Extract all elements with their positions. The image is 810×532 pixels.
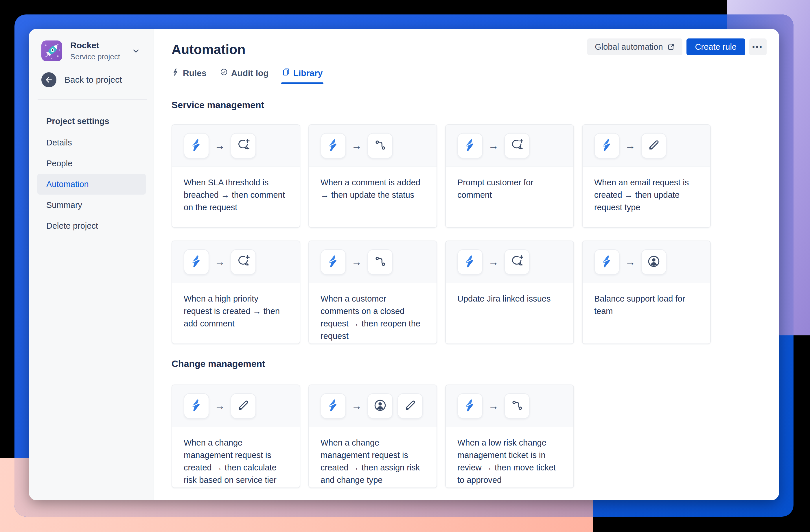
card-icon-strip: →: [446, 125, 573, 167]
card-icon-strip: →: [172, 241, 300, 283]
icon-tile: [321, 393, 346, 419]
automation-bolt-icon: [464, 399, 477, 413]
arrow-right-icon: →: [215, 256, 225, 268]
automation-bolt-icon: [464, 138, 477, 153]
header-actions: Global automation Create rule •••: [587, 38, 766, 55]
automation-template-card[interactable]: → When a comment is added → then update …: [308, 124, 437, 228]
icon-tile: [641, 133, 666, 159]
automation-template-card[interactable]: → Update Jira linked issues: [445, 240, 574, 344]
automation-template-card[interactable]: → When SLA threshold is breached → then …: [172, 124, 300, 228]
icon-tile: [641, 249, 666, 275]
automation-template-card[interactable]: → When a high priority request is create…: [172, 240, 300, 344]
automation-bolt-icon: [327, 255, 340, 269]
card-icon-strip: →: [583, 125, 710, 167]
card-icon-strip: →: [309, 125, 437, 167]
arrow-right-icon: →: [215, 400, 225, 412]
card-title: When a customer comments on a closed req…: [309, 283, 437, 342]
sidebar-item-label: Delete project: [46, 221, 98, 231]
back-to-project-button[interactable]: Back to project: [42, 72, 122, 87]
sidebar-item-delete-project[interactable]: Delete project: [37, 215, 146, 236]
icon-tile: [504, 133, 530, 159]
app-window: Rocket Service project Back to project P…: [29, 29, 779, 500]
automation-template-card[interactable]: → When a low risk change management tick…: [445, 384, 574, 488]
branch-icon: [373, 255, 387, 269]
card-row: → When a change management request is cr…: [172, 384, 574, 488]
icon-tile: [184, 249, 209, 275]
automation-bolt-icon: [190, 255, 203, 269]
automation-template-card[interactable]: → When a change management request is cr…: [172, 384, 300, 488]
arrow-right-icon: →: [488, 400, 499, 412]
card-title: When a comment is added → then update th…: [309, 167, 437, 201]
icon-tile: [184, 133, 209, 159]
automation-bolt-icon: [464, 255, 477, 269]
card-title: When a change management request is crea…: [172, 427, 300, 486]
icon-tile: [594, 249, 620, 275]
arrow-right-icon: →: [352, 400, 362, 412]
comment-add-icon: [510, 255, 523, 269]
icon-tile: [368, 393, 393, 419]
sidebar-nav: DetailsPeopleAutomationSummaryDelete pro…: [37, 132, 146, 236]
project-switcher[interactable]: Rocket Service project: [42, 40, 146, 62]
page-title: Automation: [172, 41, 246, 57]
back-label: Back to project: [65, 75, 122, 85]
sidebar-item-people[interactable]: People: [37, 153, 146, 174]
arrow-right-icon: →: [215, 140, 225, 152]
arrow-right-icon: →: [488, 256, 499, 268]
icon-tile: [230, 249, 256, 275]
copy-pages-icon: [282, 68, 290, 78]
section-title: Service management: [172, 100, 264, 111]
icon-tile: [230, 393, 256, 419]
project-name: Rocket: [70, 40, 120, 51]
automation-template-card[interactable]: → When a change management request is cr…: [308, 384, 437, 488]
arrow-right-icon: →: [352, 256, 362, 268]
project-avatar-rocket: [42, 40, 62, 61]
card-title: When an email request is created → then …: [583, 167, 710, 214]
edit-pencil-icon: [647, 138, 661, 153]
arrow-right-icon: →: [625, 140, 635, 152]
sidebar-heading: Project settings: [46, 117, 109, 126]
edit-pencil-icon: [237, 399, 250, 413]
automation-template-card[interactable]: → When a customer comments on a closed r…: [308, 240, 437, 344]
sidebar-item-automation[interactable]: Automation: [37, 174, 146, 195]
sidebar-item-details[interactable]: Details: [37, 132, 146, 153]
arrow-right-icon: →: [488, 140, 499, 152]
icon-tile: [321, 133, 346, 159]
check-circle-icon: [220, 68, 228, 78]
card-icon-strip: →: [583, 241, 710, 283]
sidebar-item-label: Details: [46, 138, 72, 148]
tab-label: Rules: [183, 68, 207, 78]
branch-icon: [510, 399, 523, 413]
person-circle-icon: [373, 399, 387, 413]
icon-tile: [368, 249, 393, 275]
tab-library[interactable]: Library: [282, 68, 323, 83]
automation-bolt-icon: [600, 255, 614, 269]
create-rule-button[interactable]: Create rule: [686, 38, 745, 55]
global-automation-button[interactable]: Global automation: [587, 38, 682, 55]
icon-tile: [457, 133, 483, 159]
icon-tile: [457, 249, 483, 275]
comment-add-icon: [237, 255, 250, 269]
project-type: Service project: [70, 52, 120, 61]
tab-rules[interactable]: Rules: [172, 68, 207, 83]
more-actions-button[interactable]: •••: [749, 38, 766, 55]
section-title: Change management: [172, 359, 265, 369]
card-row: → When SLA threshold is breached → then …: [172, 124, 711, 228]
tab-label: Audit log: [231, 68, 269, 78]
screen: Rocket Service project Back to project P…: [0, 0, 810, 532]
tab-label: Library: [293, 68, 323, 78]
comment-add-icon: [510, 138, 523, 153]
chevron-down-icon[interactable]: [132, 47, 140, 56]
card-title: When SLA threshold is breached → then co…: [172, 167, 300, 214]
edit-pencil-icon: [404, 399, 417, 413]
tab-audit-log[interactable]: Audit log: [220, 68, 269, 83]
sidebar-item-label: People: [46, 159, 72, 168]
automation-template-card[interactable]: → Balance support load for team: [582, 240, 711, 344]
automation-template-card[interactable]: → Prompt customer for comment: [445, 124, 574, 228]
tab-bar-divider: [172, 85, 766, 85]
automation-template-card[interactable]: → When an email request is created → the…: [582, 124, 711, 228]
sidebar-item-summary[interactable]: Summary: [37, 195, 146, 215]
sidebar-item-label: Automation: [46, 180, 89, 189]
card-title: When a high priority request is created …: [172, 283, 300, 330]
icon-tile: [398, 393, 423, 419]
icon-tile: [321, 249, 346, 275]
